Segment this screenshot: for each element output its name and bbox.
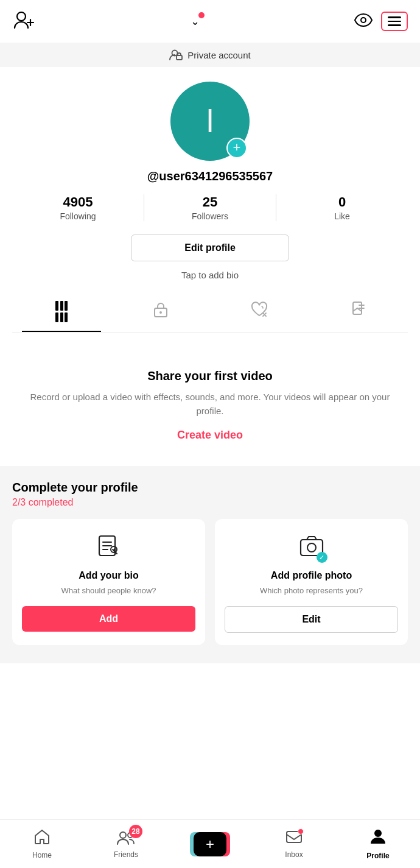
photo-check-badge: ✓: [317, 552, 327, 563]
bio-placeholder[interactable]: Tap to add bio: [181, 270, 239, 280]
avatar-add-icon: +: [233, 141, 241, 154]
photo-card-title: Add profile photo: [271, 570, 352, 581]
avatar-add-button[interactable]: +: [226, 138, 247, 158]
avatar-wrapper: l +: [170, 82, 250, 161]
profile-section: l + @user6341296535567 4905 Following 25…: [0, 67, 420, 339]
stat-following[interactable]: 4905 Following: [12, 194, 144, 221]
photo-card-desc: Which photo represents you?: [260, 586, 363, 595]
plus-button-center: +: [194, 832, 226, 856]
bio-card-icon-wrap: [96, 534, 122, 563]
add-user-icon[interactable]: [12, 9, 35, 34]
videos-empty-state: Share your first video Record or upload …: [0, 339, 420, 466]
nav-friends-label: Friends: [114, 850, 138, 859]
empty-state-description: Record or upload a video with effects, s…: [18, 390, 402, 418]
private-account-text: Private account: [187, 50, 250, 60]
stat-likes[interactable]: 0 Like: [276, 194, 408, 221]
complete-profile-title: Complete your profile: [12, 481, 408, 495]
avatar-letter: l: [206, 103, 214, 139]
notification-dot: [198, 12, 205, 18]
likes-count: 0: [338, 194, 346, 210]
photo-edit-button[interactable]: Edit: [225, 606, 398, 633]
complete-profile-section: Complete your profile 2/3 completed Add …: [0, 466, 420, 663]
plus-icon: +: [206, 836, 214, 853]
create-button[interactable]: +: [194, 832, 226, 856]
complete-profile-cards: Add your bio What should people know? Ad…: [12, 519, 408, 645]
header-right: [354, 11, 408, 32]
tabs-row: [12, 291, 408, 333]
nav-home[interactable]: Home: [0, 828, 84, 859]
bio-card-title: Add your bio: [79, 570, 139, 581]
svg-point-0: [17, 12, 26, 21]
likes-label: Like: [334, 211, 350, 221]
menu-button[interactable]: [381, 12, 408, 31]
profile-nav-icon: [370, 828, 386, 849]
menu-line-2: [388, 21, 401, 23]
svg-point-13: [120, 832, 126, 838]
svg-rect-5: [177, 55, 182, 60]
complete-profile-progress: 2/3 completed: [12, 497, 408, 508]
svg-point-12: [307, 543, 316, 552]
tab-private[interactable]: [111, 291, 211, 332]
nav-home-label: Home: [32, 851, 52, 859]
nav-profile-label: Profile: [366, 852, 389, 860]
friends-wrapper: 28: [117, 830, 135, 848]
heart-icon: [251, 302, 268, 322]
bio-add-button[interactable]: Add: [22, 606, 195, 632]
empty-state-title: Share your first video: [147, 369, 273, 383]
header-center[interactable]: ⌄: [191, 15, 200, 28]
following-count: 4905: [63, 194, 93, 210]
tab-videos[interactable]: [12, 291, 111, 332]
username: @user6341296535567: [147, 169, 273, 183]
bio-card-desc: What should people know?: [61, 586, 156, 595]
nav-inbox-label: Inbox: [285, 850, 303, 859]
svg-point-16: [374, 830, 382, 837]
stats-row: 4905 Following 25 Followers 0 Like: [12, 194, 408, 221]
home-icon: [33, 828, 51, 849]
bio-card: Add your bio What should people know? Ad…: [12, 519, 205, 645]
friends-badge: 28: [129, 825, 142, 838]
svg-point-7: [159, 311, 162, 314]
bio-icon: [96, 534, 122, 560]
tab-saved[interactable]: [309, 291, 408, 332]
tab-liked[interactable]: [210, 291, 309, 332]
lock-icon: [153, 301, 169, 322]
photo-card: ✓ Add profile photo Which photo represen…: [215, 519, 408, 645]
nav-inbox[interactable]: Inbox: [252, 830, 336, 859]
grid-icon: [55, 301, 68, 322]
nav-create[interactable]: +: [168, 832, 252, 856]
followers-label: Followers: [192, 211, 228, 221]
eye-icon[interactable]: [354, 11, 373, 32]
edit-profile-button[interactable]: Edit profile: [131, 235, 289, 261]
svg-point-3: [361, 18, 366, 23]
nav-friends[interactable]: 28 Friends: [84, 830, 168, 859]
bookmark-icon: [351, 301, 366, 322]
private-account-banner: Private account: [0, 43, 420, 67]
followers-count: 25: [203, 194, 217, 210]
create-video-button[interactable]: Create video: [177, 429, 243, 442]
private-account-icon: [169, 49, 183, 61]
following-label: Following: [60, 211, 96, 221]
photo-card-icon-wrap: ✓: [298, 534, 325, 563]
menu-line-1: [388, 16, 401, 18]
bottom-nav-spacer: [0, 663, 420, 718]
header-left: [12, 9, 35, 34]
inbox-icon-wrap: [285, 830, 303, 848]
header: ⌄: [0, 0, 420, 43]
stat-followers[interactable]: 25 Followers: [144, 194, 276, 221]
menu-line-3: [388, 24, 401, 26]
nav-profile[interactable]: Profile: [336, 828, 420, 860]
inbox-notification-dot: [298, 828, 304, 834]
bottom-nav: Home 28 Friends +: [0, 819, 420, 868]
